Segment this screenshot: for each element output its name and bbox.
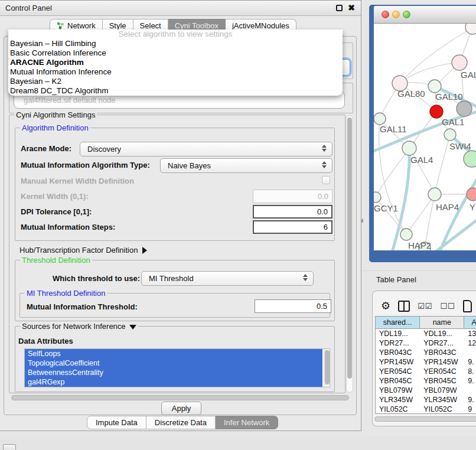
network-node[interactable] [428, 188, 441, 201]
network-node-selected[interactable] [430, 105, 443, 118]
network-node[interactable] [428, 80, 441, 93]
table-row[interactable]: YLR345W YLR345W 9. [376, 395, 476, 405]
table-cell[interactable]: YBR043C [376, 348, 420, 357]
table-row[interactable]: YDR27... YDR27... 12 [376, 338, 476, 348]
table-cell[interactable]: YER054C [420, 367, 464, 376]
table-cell[interactable]: YPR145W [376, 357, 420, 367]
table-row[interactable]: YER054C YER054C 8. [376, 367, 476, 376]
columns-icon[interactable] [398, 301, 410, 312]
dropdown-item[interactable]: Mutual Information Inference [8, 67, 343, 77]
close-traffic-light[interactable] [382, 11, 389, 18]
column-header-shared-name[interactable]: shared... [376, 317, 420, 328]
network-edge [400, 63, 459, 83]
list-item[interactable]: TopologicalCoefficient [25, 358, 322, 368]
attributes-list-scrollbar[interactable] [324, 349, 330, 387]
zoom-traffic-light[interactable] [403, 11, 410, 18]
settings-vertical-scrollbar[interactable] [346, 115, 353, 393]
float-window-icon[interactable] [336, 5, 343, 11]
network-node[interactable] [465, 24, 476, 34]
close-icon[interactable]: ✖ [348, 4, 355, 12]
table-row[interactable]: YBR043C YBR043C [376, 348, 476, 357]
tab-infer-network[interactable]: Infer Network [216, 416, 278, 429]
table-cell[interactable]: 9. [464, 376, 476, 386]
network-node[interactable] [457, 101, 472, 116]
tab-discretize-data[interactable]: Discretize Data [146, 416, 216, 429]
table-cell[interactable]: YDL19... [420, 329, 464, 338]
minimize-traffic-light[interactable] [392, 11, 400, 18]
table-cell[interactable]: 9 [464, 405, 476, 414]
column-header-name[interactable]: name [420, 317, 464, 328]
kernel-width-input[interactable] [253, 190, 332, 203]
bottom-tab-bar: Impute Data Discretize Data Infer Networ… [87, 416, 278, 429]
attributes-list-scrollbar-thumb[interactable] [325, 350, 330, 384]
table-cell[interactable] [464, 348, 476, 357]
apply-button[interactable]: Apply [161, 402, 201, 415]
network-node[interactable] [464, 151, 476, 167]
table-cell[interactable]: YBL079W [376, 386, 420, 395]
mi-steps-input[interactable] [253, 220, 332, 234]
table-cell[interactable]: 12 [464, 338, 476, 348]
dropdown-item[interactable]: Bayesian – Hill Climbing [8, 39, 343, 48]
tab-impute-data[interactable]: Impute Data [87, 416, 146, 429]
network-canvas[interactable]: GAL GAL80 GAL10 GAL1 GAL11 SWI4 GAL4 GCY… [374, 24, 476, 250]
which-threshold-combo[interactable]: MI Threshold [141, 271, 314, 286]
table-cell[interactable]: YBR045C [376, 376, 420, 386]
sources-legend[interactable]: Sources for Network Inference [20, 322, 138, 331]
table-cell[interactable]: YIL052C [376, 405, 420, 414]
table-row[interactable]: YDL19... YDL19... 13 [376, 329, 476, 338]
list-item[interactable]: SelfLoops [25, 349, 322, 358]
settings-horizontal-scrollbar-thumb[interactable] [11, 395, 349, 400]
table-cell[interactable]: YLR345W [420, 395, 464, 405]
column-header-partial[interactable]: A [464, 317, 476, 328]
table-cell[interactable]: YPR145W [420, 357, 464, 367]
network-node[interactable] [444, 129, 456, 141]
table-cell[interactable]: YBR043C [420, 348, 464, 357]
mi-type-combo[interactable]: Naive Bayes [160, 158, 332, 173]
dropdown-item[interactable]: Basic Correlation Inference [8, 48, 343, 58]
dropdown-item[interactable]: Dream8 DC_TDC Algorithm [8, 86, 343, 96]
network-window-titlebar[interactable] [374, 6, 476, 24]
aracne-mode-combo[interactable]: Discovery [80, 142, 332, 156]
table-cell[interactable]: 8. [464, 367, 476, 376]
function-builder-icon[interactable] [463, 300, 472, 312]
manual-kernel-checkbox[interactable] [322, 176, 330, 184]
table-cell[interactable]: YDR27... [420, 338, 464, 348]
table-horizontal-scrollbar-thumb[interactable] [374, 416, 476, 422]
table-cell[interactable]: YDL19... [376, 329, 420, 338]
select-all-checks-icon[interactable]: ☑☑ [418, 302, 432, 311]
table-cell[interactable] [464, 386, 476, 395]
table-cell[interactable]: YBR045C [420, 376, 464, 386]
network-node[interactable] [374, 113, 386, 125]
table-cell[interactable]: 9. [464, 357, 476, 367]
bottom-left-button[interactable] [3, 444, 16, 450]
network-node[interactable] [467, 188, 476, 201]
network-node[interactable] [374, 192, 381, 203]
network-node[interactable] [400, 229, 412, 240]
table-cell[interactable]: YBL079W [420, 386, 464, 395]
hub-definition-expander[interactable]: Hub/Transcription Factor Definition [19, 246, 147, 255]
dpi-tolerance-input[interactable] [253, 205, 332, 219]
gear-icon[interactable]: ⚙ [381, 300, 390, 312]
deselect-all-checks-icon[interactable]: ☐☐ [440, 302, 455, 311]
table-cell[interactable]: YER054C [376, 367, 420, 376]
network-node[interactable] [452, 55, 467, 70]
table-cell[interactable]: YLR345W [376, 395, 420, 405]
mi-threshold-input[interactable] [255, 299, 331, 313]
table-row[interactable]: YBL079W YBL079W [376, 386, 476, 395]
table-row[interactable]: YIL052C YIL052C 9 [376, 405, 476, 414]
list-item[interactable]: gal4RGexp [25, 377, 322, 387]
dropdown-item-selected[interactable]: ARACNE Algorithm [8, 58, 343, 67]
network-node[interactable] [402, 141, 416, 155]
split-pane-handle[interactable] [360, 219, 363, 223]
table-cell[interactable]: YIL052C [420, 405, 464, 414]
list-item[interactable]: BetweennessCentrality [25, 368, 322, 377]
settings-vertical-scrollbar-thumb[interactable] [347, 118, 352, 379]
table-cell[interactable]: 9. [464, 395, 476, 405]
table-cell[interactable]: 13 [464, 329, 476, 338]
dropdown-item[interactable]: Bayesian – K2 [8, 77, 343, 86]
table-cell[interactable]: YDR27... [376, 338, 420, 348]
table-row[interactable]: YBR045C YBR045C 9. [376, 376, 476, 386]
table-horizontal-scrollbar[interactable] [374, 416, 476, 422]
table-row[interactable]: YPR145W YPR145W 9. [376, 357, 476, 367]
data-attributes-list[interactable]: SelfLoops TopologicalCoefficient Between… [24, 348, 330, 387]
